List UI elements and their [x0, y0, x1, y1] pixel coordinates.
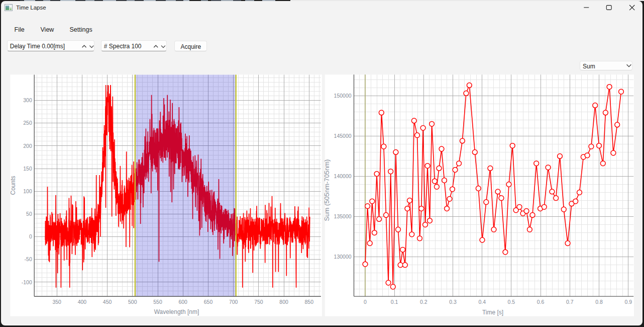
svg-text:140000: 140000	[334, 173, 352, 179]
svg-text:350: 350	[52, 299, 61, 305]
svg-text:600: 600	[178, 299, 187, 305]
svg-text:50: 50	[26, 211, 32, 217]
svg-text:0.5: 0.5	[508, 299, 515, 305]
svg-text:145000: 145000	[334, 133, 352, 139]
svg-text:Sum (505nm-705nm): Sum (505nm-705nm)	[323, 159, 331, 221]
svg-text:0.2: 0.2	[420, 299, 427, 305]
svg-text:150: 150	[23, 166, 32, 172]
svg-text:130000: 130000	[334, 254, 352, 260]
svg-text:0.9: 0.9	[624, 299, 632, 305]
svg-text:0.1: 0.1	[391, 299, 398, 305]
svg-text:-100: -100	[22, 279, 32, 285]
svg-text:250: 250	[23, 120, 32, 126]
svg-text:0.4: 0.4	[478, 299, 486, 305]
svg-text:Wavelength [nm]: Wavelength [nm]	[154, 308, 199, 315]
svg-text:0: 0	[29, 233, 32, 239]
svg-text:650: 650	[204, 299, 213, 305]
svg-text:750: 750	[254, 299, 263, 305]
svg-text:800: 800	[279, 299, 288, 305]
svg-text:400: 400	[78, 299, 87, 305]
svg-text:135000: 135000	[334, 213, 352, 219]
svg-text:500: 500	[128, 299, 137, 305]
svg-text:200: 200	[23, 143, 32, 149]
svg-text:0.8: 0.8	[595, 299, 603, 305]
svg-text:300: 300	[23, 97, 32, 103]
svg-text:850: 850	[305, 299, 314, 305]
svg-text:450: 450	[103, 299, 112, 305]
svg-text:0.3: 0.3	[449, 299, 457, 305]
svg-text:150000: 150000	[334, 93, 352, 99]
svg-text:100: 100	[23, 188, 32, 194]
svg-text:0.7: 0.7	[566, 299, 574, 305]
svg-text:Time [s]: Time [s]	[482, 309, 503, 316]
svg-text:Counts: Counts	[10, 176, 17, 195]
svg-text:-50: -50	[25, 256, 32, 262]
svg-text:0: 0	[364, 299, 367, 305]
svg-text:0.6: 0.6	[537, 299, 545, 305]
svg-text:700: 700	[229, 299, 238, 305]
svg-text:550: 550	[153, 299, 162, 305]
